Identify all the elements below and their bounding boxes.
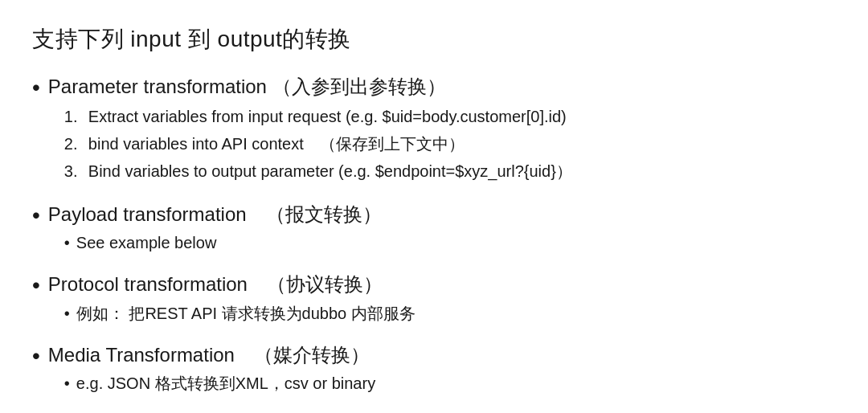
- sub-list-media-transformation: •e.g. JSON 格式转换到XML，csv or binary: [64, 372, 836, 395]
- main-list: •Parameter transformation （入参到出参转换）1.Ext…: [32, 74, 836, 398]
- main-list-item-media-transformation: •Media Transformation （媒介转换）•e.g. JSON 格…: [32, 342, 836, 398]
- item-label-parameter-transformation: Parameter transformation （入参到出参转换）: [48, 76, 446, 97]
- main-content: 支持下列 input 到 output的转换 •Parameter transf…: [32, 24, 836, 412]
- bullet-icon: •: [32, 202, 40, 229]
- sub-list-payload-transformation: •See example below: [64, 231, 836, 254]
- sub-bullet-icon: •: [64, 302, 70, 325]
- bullet-icon: •: [32, 272, 40, 299]
- sub-item-text: e.g. JSON 格式转换到XML，csv or binary: [76, 372, 375, 395]
- sub-item-text: Extract variables from input request (e.…: [88, 105, 567, 128]
- sub-item-text: bind variables into API context （保存到上下文中…: [88, 133, 465, 155]
- list-number: 3.: [64, 160, 82, 182]
- item-label-payload-transformation: Payload transformation （报文转换）: [48, 203, 382, 225]
- main-list-item-parameter-transformation: •Parameter transformation （入参到出参转换）1.Ext…: [32, 74, 836, 187]
- list-number: 1.: [64, 105, 82, 128]
- list-number: 2.: [64, 133, 82, 155]
- unordered-sub-item: •例如： 把REST API 请求转换为dubbo 内部服务: [64, 302, 836, 325]
- item-label-protocol-transformation: Protocol transformation （协议转换）: [48, 273, 383, 295]
- unordered-sub-item: •See example below: [64, 231, 836, 254]
- ordered-sub-item: 2.bind variables into API context （保存到上下…: [64, 133, 836, 155]
- bullet-icon: •: [32, 342, 40, 370]
- ordered-sub-item: 3.Bind variables to output parameter (e.…: [64, 160, 836, 182]
- sub-item-text: Bind variables to output parameter (e.g.…: [88, 160, 572, 182]
- ordered-sub-item: 1.Extract variables from input request (…: [64, 105, 836, 128]
- bullet-icon: •: [32, 74, 40, 101]
- sub-list-protocol-transformation: •例如： 把REST API 请求转换为dubbo 内部服务: [64, 302, 836, 325]
- sub-bullet-icon: •: [64, 231, 70, 254]
- sub-item-text: See example below: [76, 231, 217, 254]
- page-title: 支持下列 input 到 output的转换: [32, 24, 836, 55]
- unordered-sub-item: •e.g. JSON 格式转换到XML，csv or binary: [64, 372, 836, 395]
- sub-bullet-icon: •: [64, 372, 70, 395]
- sub-list-parameter-transformation: 1.Extract variables from input request (…: [64, 105, 836, 182]
- item-label-media-transformation: Media Transformation （媒介转换）: [48, 344, 370, 366]
- sub-item-text: 例如： 把REST API 请求转换为dubbo 内部服务: [76, 302, 416, 325]
- main-list-item-payload-transformation: •Payload transformation （报文转换）•See examp…: [32, 202, 836, 257]
- main-list-item-protocol-transformation: •Protocol transformation （协议转换）•例如： 把RES…: [32, 272, 836, 327]
